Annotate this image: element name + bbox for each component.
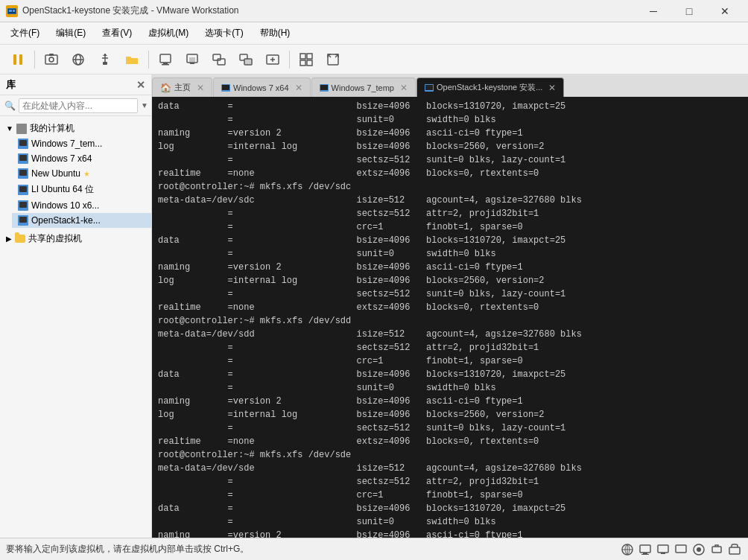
tab-openstack[interactable]: OpenStack1-keystone 安装... ✕ [416, 77, 564, 97]
tab-win7x64[interactable]: Windows 7 x64 ✕ [213, 77, 311, 97]
svg-rect-5 [19, 54, 22, 65]
vm-item-0[interactable]: Windows 7_tem... [12, 136, 151, 151]
tab-home-close[interactable]: ✕ [197, 83, 204, 93]
search-dropdown-icon[interactable]: ▼ [141, 101, 148, 109]
menu-help[interactable]: 帮助(H) [253, 24, 298, 42]
tab-win7x64-close[interactable]: ✕ [295, 83, 302, 93]
vm-icon-1 [18, 153, 28, 164]
terminal-line: data = bsize=4096 blocks=1310720, imaxpc… [158, 502, 742, 515]
terminal-line: naming =version 2 bsize=4096 ascii-ci=0 … [158, 261, 742, 274]
status-icon-4[interactable] [673, 542, 688, 557]
svg-rect-21 [189, 57, 195, 62]
terminal-line: = crc=1 finobt=1, sparse=0 [158, 489, 742, 502]
vm-item-1[interactable]: Windows 7 x64 [12, 151, 151, 166]
vm-item-4[interactable]: Windows 10 x6... [12, 198, 151, 213]
vm-ctrl-2[interactable] [180, 48, 204, 71]
shared-vms-label[interactable]: ▶ 共享的虚拟机 [0, 231, 151, 246]
terminal-line: root@controller:~# mkfs.xfs /dev/sdd [158, 314, 742, 328]
my-computer-label[interactable]: ▼ 我的计算机 [0, 121, 151, 136]
svg-rect-18 [163, 63, 168, 64]
status-icon-1[interactable] [620, 542, 635, 557]
expand-button[interactable] [294, 48, 318, 71]
expand-icon-shared: ▶ [6, 235, 12, 243]
menu-file[interactable]: 文件(F) [3, 24, 47, 42]
vm-ctrl-3[interactable] [207, 48, 231, 71]
minimize-button[interactable]: ─ [636, 0, 671, 22]
fullscreen-button[interactable] [321, 48, 345, 71]
status-bar: 要将输入定向到该虚拟机，请在虚拟机内部单击或按 Ctrl+G。 [0, 538, 748, 560]
tab-home[interactable]: 🏠 主页 ✕ [152, 77, 212, 97]
terminal-line: realtime =none extsz=4096 blocks=0, rtex… [158, 301, 742, 314]
vm-name-0: Windows 7_tem... [31, 139, 102, 149]
main-area: 库 ✕ 🔍 ▼ ▼ 我的计算机 Windows 7_tem... [0, 74, 748, 538]
status-message: 要将输入定向到该虚拟机，请在虚拟机内部单击或按 Ctrl+G。 [6, 543, 249, 556]
tab-win7temp-close[interactable]: ✕ [400, 83, 408, 93]
vm-icon-5 [18, 215, 28, 226]
svg-rect-29 [307, 54, 312, 59]
status-icon-3[interactable] [656, 542, 671, 557]
terminal-line: = sunit=0 swidth=0 blks [158, 515, 742, 529]
svg-rect-19 [162, 64, 169, 66]
menu-bar: 文件(F) 编辑(E) 查看(V) 虚拟机(M) 选项卡(T) 帮助(H) [0, 22, 748, 45]
folder-button[interactable] [120, 48, 144, 71]
menu-vm[interactable]: 虚拟机(M) [141, 24, 196, 42]
status-icon-7[interactable] [727, 542, 742, 557]
usb-button[interactable] [93, 48, 117, 71]
window-controls[interactable]: ─ □ ✕ [636, 0, 742, 22]
svg-rect-2 [9, 10, 12, 12]
terminal-line: naming =version 2 bsize=4096 ascii-ci=0 … [158, 395, 742, 408]
terminal-line: = sectsz=512 sunit=0 blks, lazy-count=1 [158, 421, 742, 435]
vm-list: Windows 7_tem... Windows 7 x64 New Ubunt… [0, 136, 151, 228]
vm-ctrl-5[interactable] [261, 48, 285, 71]
sidebar-search: 🔍 ▼ [0, 95, 151, 116]
status-icon-6[interactable] [709, 542, 724, 557]
vm-ctrl-1[interactable] [153, 48, 177, 71]
toolbar [0, 45, 748, 74]
svg-rect-22 [190, 63, 194, 64]
tab-home-icon: 🏠 [160, 83, 171, 93]
sidebar-header: 库 ✕ [0, 74, 151, 95]
svg-rect-8 [49, 54, 54, 56]
terminal-line: meta-data=/dev/sde isize=512 agcount=4, … [158, 462, 742, 475]
svg-point-44 [697, 547, 701, 552]
terminal-line: root@controller:~# mkfs.xfs /dev/sdc [158, 180, 742, 194]
svg-rect-45 [712, 547, 721, 553]
content-area: 🏠 主页 ✕ Windows 7 x64 ✕ Windows 7_temp ✕ … [152, 74, 748, 538]
menu-view[interactable]: 查看(V) [95, 24, 139, 42]
vm-icon-0 [18, 139, 28, 149]
status-icon-2[interactable] [638, 542, 653, 557]
expand-icon: ▼ [6, 124, 13, 133]
terminal-line: = crc=1 finobt=1, sparse=0 [158, 220, 742, 234]
svg-rect-41 [661, 553, 665, 554]
menu-edit[interactable]: 编辑(E) [48, 24, 93, 42]
sidebar-close-button[interactable]: ✕ [136, 79, 145, 91]
tab-openstack-close[interactable]: ✕ [548, 83, 556, 93]
vm-ctrl-4[interactable] [234, 48, 258, 71]
svg-rect-38 [643, 553, 647, 554]
pause-button[interactable] [6, 48, 30, 71]
terminal[interactable]: data = bsize=4096 blocks=1310720, imaxpc… [152, 97, 748, 538]
vm-item-5[interactable]: OpenStack1-ke... [12, 213, 151, 228]
tab-win7temp[interactable]: Windows 7_temp ✕ [311, 77, 416, 97]
vm-name-2: New Ubuntu [31, 168, 80, 179]
svg-rect-46 [729, 547, 740, 554]
toolbar-separator-1 [34, 51, 35, 69]
vm-item-2[interactable]: New Ubuntu ★ [12, 166, 151, 181]
menu-tab[interactable]: 选项卡(T) [197, 24, 250, 42]
sidebar-title: 库 [6, 78, 16, 92]
svg-rect-31 [307, 60, 312, 66]
vm-item-3[interactable]: LI Ubuntu 64 位 [12, 181, 151, 198]
close-button[interactable]: ✕ [708, 0, 742, 22]
vm-icon-3 [18, 185, 28, 195]
star-icon: ★ [83, 170, 90, 178]
vm-name-5: OpenStack1-ke... [31, 215, 101, 226]
maximize-button[interactable]: □ [672, 0, 706, 22]
search-input[interactable] [19, 98, 138, 113]
network-button[interactable] [66, 48, 90, 71]
status-icon-5[interactable] [691, 542, 706, 557]
screenshot-button[interactable] [39, 48, 63, 71]
computer-icon [16, 124, 27, 134]
svg-rect-39 [641, 554, 649, 555]
svg-rect-24 [218, 59, 225, 65]
svg-rect-16 [126, 58, 138, 64]
